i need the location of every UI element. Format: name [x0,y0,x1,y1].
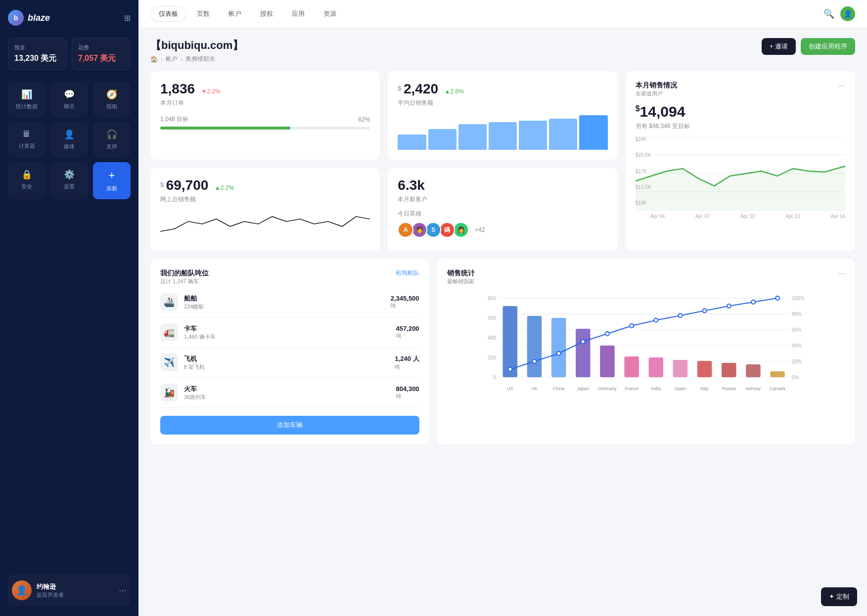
sales-stats-header: 销售统计 最畅销国家 ⋯ [447,269,845,285]
breadcrumb: 🏠 › 帐户 › 奥弗维耶夫 [150,55,243,63]
customize-button[interactable]: ✦ 定制 [821,587,857,606]
sales-stats-more-btn[interactable]: ⋯ [837,269,845,278]
nav-item-settings[interactable]: ⚙️ 设置 [50,162,88,199]
train-count: 36路列车 [184,394,206,401]
user-info: 约翰逊 反应开发者 [37,582,114,599]
expense-label: 花费 [78,44,124,51]
budget-label: 预算 [14,44,60,51]
nav-item-calculator[interactable]: 🖩 计算器 [8,122,46,157]
svg-point-55 [727,304,730,308]
tab-dashboard[interactable]: 仪表板 [150,6,186,22]
add-vehicle-button[interactable]: 添加车辆 [160,416,419,435]
plane-unit: 吨 [395,363,419,371]
orders-pct: 62% [358,116,370,123]
online-sales-number: 69,700 [166,177,209,193]
svg-point-48 [556,352,560,355]
orders-target: 1,048 目标 [160,115,188,124]
hero-avatar-3: S [425,222,441,238]
svg-text:Italy: Italy [700,386,709,391]
app-name: blaze [28,13,50,23]
orders-label: 本月订单 [160,99,370,107]
orders-number: 1,836 [160,81,195,96]
nav-item-media[interactable]: 👤 媒体 [50,122,88,157]
fleet-item-ship: 🚢 船舶 234艘船 2,345,500 吨 [160,287,419,317]
nav-item-stats[interactable]: 📊 统计数据 [8,82,46,117]
svg-text:0%: 0% [791,375,799,380]
svg-point-52 [654,318,658,322]
online-sales-change: ▲2.2% [215,184,234,191]
sidebar-menu-button[interactable]: ⊞ [124,13,131,23]
nav-item-chat[interactable]: 💬 聊天 [50,82,88,117]
fleet-link[interactable]: 检阅船队 [396,269,419,277]
nav-label-add: 添新 [106,185,117,192]
monthly-sales-subtitle: 全渠道用户 [636,90,677,97]
logo-icon: b [8,10,24,26]
guide-icon: 🧭 [106,89,117,100]
monthly-sales-more-btn[interactable]: ⋯ [837,81,845,90]
y-label-5: $10K [636,200,651,206]
x-label-5: Apr 16 [831,214,845,219]
bar-1 [398,134,426,150]
x-label-4: Apr 13 [785,214,800,219]
y-label-2: $20.5K [636,152,651,158]
page-title-area: 【biqubiqu.com】 🏠 › 帐户 › 奥弗维耶夫 [150,38,243,63]
avg-sales-header: $ 2,420 ▲2.6% [398,81,607,97]
stats-grid: 1,836 ▼2.2% 本月订单 1,048 目标 62% $ 2,420 ▲2… [150,71,855,251]
user-menu-button[interactable]: ⋯ [119,586,127,595]
hero-avatar-2: 🧑 [411,222,427,238]
invite-button[interactable]: + 邀请 [762,38,796,55]
tab-pages[interactable]: 页数 [188,6,218,22]
svg-text:400: 400 [488,335,496,341]
hero-avatar-4: 碼 [439,222,455,238]
security-icon: 🔒 [21,169,32,180]
avg-sales-card: $ 2,420 ▲2.6% 平均日销售额 [388,71,617,160]
fleet-item-plane: ✈️ 飞机 8 架飞机 1,240 人 吨 [160,348,419,378]
monthly-sales-chart: $24K $20.5K $17K $13.5K $10K Apr 04 Apr … [636,136,845,206]
fleet-title: 我们的船队吨位 [160,269,209,278]
train-name: 火车 [184,385,206,394]
svg-text:Norway: Norway [745,386,761,391]
hero-avatar-5: 👩 [453,222,469,238]
plane-name: 飞机 [184,354,205,363]
svg-text:Germany: Germany [598,386,617,391]
sidebar-logo: b blaze ⊞ [8,10,131,26]
truck-count: 1,460 辆卡车 [184,333,216,341]
search-icon[interactable]: 🔍 [823,8,834,19]
svg-text:20%: 20% [791,359,801,364]
budget-value: 13,230 美元 [14,53,60,64]
tab-apps[interactable]: 应用 [283,6,313,22]
truck-icon: 🚛 [160,323,178,341]
bar-4 [489,122,517,150]
user-role: 反应开发者 [37,591,114,599]
nav-item-guide[interactable]: 🧭 指南 [93,82,131,117]
nav-label-calculator: 计算器 [19,142,35,150]
monthly-sales-card: 本月销售情况 全渠道用户 ⋯ $14,094 另有 $48,346 至目标 [626,71,855,251]
svg-rect-36 [673,360,687,377]
fleet-header: 我们的船队吨位 总计 1,247 辆车 检阅船队 [160,269,419,285]
page-content: 【biqubiqu.com】 🏠 › 帐户 › 奥弗维耶夫 + 邀请 创建应用程… [138,28,867,616]
logo-left: b blaze [8,10,50,26]
tab-account[interactable]: 帐户 [220,6,250,22]
plane-count: 8 架飞机 [184,363,205,371]
svg-point-51 [630,324,634,328]
nav-item-add[interactable]: + 添新 [93,162,131,199]
svg-point-49 [581,340,585,344]
fleet-subtitle: 总计 1,247 辆车 [160,278,209,285]
avg-sales-change: ▲2.6% [445,88,464,95]
tab-auth[interactable]: 授权 [252,6,281,22]
orders-progress-fill [160,127,290,130]
tab-resources[interactable]: 资源 [315,6,345,22]
truck-value: 457,200 [396,325,419,332]
nav-item-support[interactable]: 🎧 支持 [93,122,131,157]
page-title: 【biqubiqu.com】 [150,38,243,53]
svg-text:200: 200 [488,355,496,360]
create-app-button[interactable]: 创建应用程序 [801,38,855,55]
nav-label-stats: 统计数据 [16,103,38,110]
nav-item-security[interactable]: 🔒 安全 [8,162,46,199]
svg-point-56 [751,300,755,304]
online-sales-chart [160,212,370,241]
budget-row: 预算 13,230 美元 花费 7,057 美元 [8,38,131,70]
orders-progress-row: 1,048 目标 62% [160,115,370,124]
user-avatar-topnav[interactable]: 👤 [840,6,855,21]
main-content: 仪表板 页数 帐户 授权 应用 资源 🔍 👤 【biqubiqu.com】 🏠 … [138,0,867,616]
